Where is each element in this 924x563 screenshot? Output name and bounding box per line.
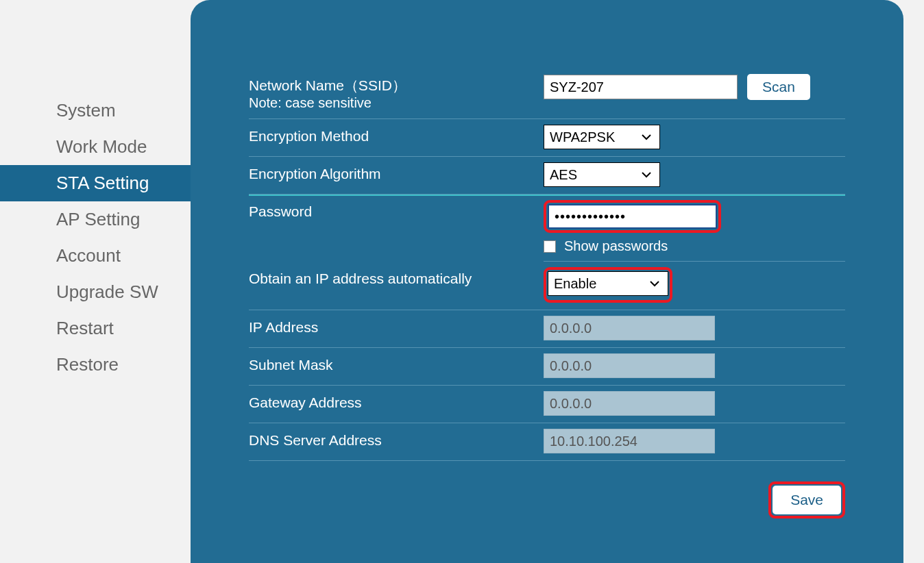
label-subnet-mask: Subnet Mask [249,353,544,374]
row-dhcp: Obtain an IP address automatically Enabl… [249,262,845,310]
sidebar-item-work-mode[interactable]: Work Mode [0,129,191,165]
main-panel: Network Name（SSID） Note: case sensitive … [191,0,903,563]
label-ssid-text: Network Name（SSID） [249,77,406,93]
sidebar-item-restore[interactable]: Restore [0,347,191,383]
show-passwords-checkbox[interactable] [544,240,556,253]
save-highlight: Save [768,481,845,518]
label-dns: DNS Server Address [249,429,544,449]
label-enc-algo: Encryption Algorithm [249,162,544,183]
row-gateway: Gateway Address [249,386,845,423]
chevron-down-icon [642,131,651,143]
ssid-input[interactable] [544,75,738,99]
row-show-passwords: Show passwords [544,236,845,262]
dhcp-value: Enable [554,276,596,292]
label-ip-address: IP Address [249,316,544,336]
label-enc-method: Encryption Method [249,125,544,145]
password-input[interactable] [548,204,717,229]
gateway-input [544,391,715,416]
enc-method-select[interactable]: WPA2PSK [544,125,660,149]
row-save: Save [249,481,845,518]
sidebar-item-account[interactable]: Account [0,238,191,274]
row-ssid: Network Name（SSID） Note: case sensitive … [249,68,845,119]
dhcp-highlight: Enable [544,267,672,303]
row-enc-algo: Encryption Algorithm AES [249,157,845,195]
enc-algo-select[interactable]: AES [544,162,660,187]
sidebar-nav: System Work Mode STA Setting AP Setting … [0,92,191,383]
row-enc-method: Encryption Method WPA2PSK [249,119,845,157]
row-subnet-mask: Subnet Mask [249,348,845,386]
show-passwords-label: Show passwords [564,238,668,254]
enc-method-value: WPA2PSK [550,129,615,145]
sidebar-item-ap-setting[interactable]: AP Setting [0,201,191,238]
row-ip-address: IP Address [249,310,845,348]
label-ssid: Network Name（SSID） Note: case sensitive [249,74,544,112]
dns-input [544,429,715,453]
accent-divider [249,195,845,196]
row-password: Password [249,195,845,236]
sidebar-item-system[interactable]: System [0,92,191,129]
subnet-mask-input [544,353,715,378]
password-highlight [544,200,721,233]
chevron-down-icon [650,277,659,290]
sidebar-item-sta-setting[interactable]: STA Setting [0,165,191,201]
chevron-down-icon [642,168,651,181]
label-dhcp: Obtain an IP address automatically [249,267,544,288]
sidebar-item-restart[interactable]: Restart [0,310,191,347]
scan-button[interactable]: Scan [747,74,810,100]
ip-address-input [544,316,715,340]
label-gateway: Gateway Address [249,391,544,412]
dhcp-select[interactable]: Enable [548,271,668,296]
save-button[interactable]: Save [773,486,841,514]
enc-algo-value: AES [550,167,577,183]
sidebar-item-upgrade-sw[interactable]: Upgrade SW [0,274,191,310]
label-password: Password [249,200,544,221]
label-ssid-note: Note: case sensitive [249,95,544,112]
row-dns: DNS Server Address [249,423,845,461]
